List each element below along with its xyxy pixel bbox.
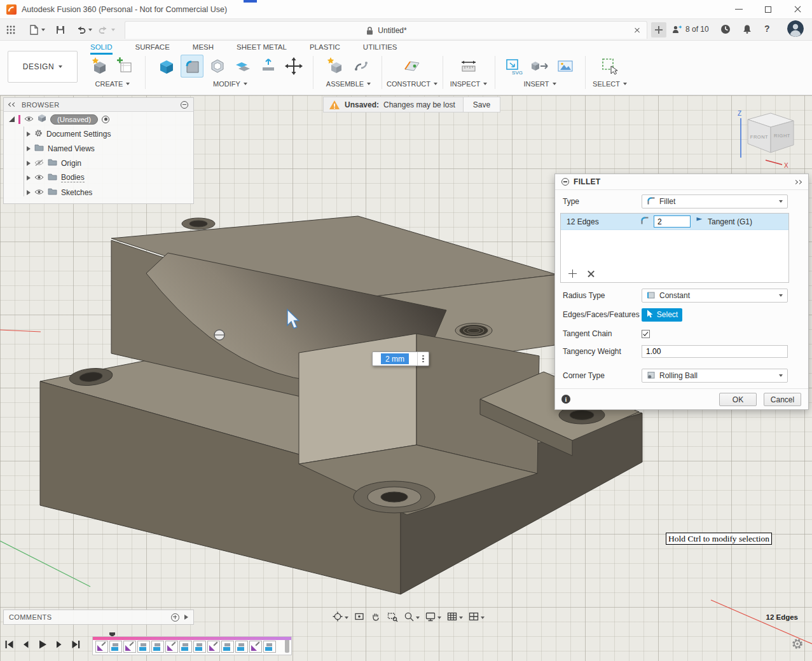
type-dropdown[interactable]: Fillet	[642, 194, 788, 208]
ribbon-group-label[interactable]: ASSEMBLE	[318, 80, 379, 88]
create-sketch-icon[interactable]	[114, 55, 137, 78]
browser-hide-icon[interactable]	[181, 101, 188, 109]
undo-icon[interactable]	[75, 24, 92, 36]
browser-item-sketches[interactable]: Sketches	[4, 185, 193, 200]
timeline-feature-icon[interactable]	[249, 641, 262, 653]
shell-icon[interactable]	[206, 55, 229, 78]
ribbon-tab-solid[interactable]: SOLID	[90, 43, 113, 55]
browser-root-row[interactable]: (Unsaved)	[4, 112, 193, 126]
timeline-feature-icon[interactable]	[95, 641, 108, 653]
add-selection-icon[interactable]	[568, 269, 577, 278]
close-button[interactable]	[783, 0, 812, 18]
visibility-off-eye-icon[interactable]	[34, 159, 44, 168]
ribbon-tab-plastic[interactable]: PLASTIC	[310, 43, 340, 55]
ribbon-group-label[interactable]: MODIFY	[150, 80, 310, 88]
ribbon-group-label[interactable]: INSPECT	[445, 80, 492, 88]
browser-item-origin[interactable]: Origin	[4, 156, 193, 170]
save-icon[interactable]	[55, 24, 66, 36]
ribbon-tab-surface[interactable]: SURFACE	[135, 43, 170, 55]
go-to-start-icon[interactable]	[4, 639, 15, 650]
dimension-value[interactable]: 2 mm	[381, 353, 409, 364]
timeline-strip[interactable]	[92, 636, 292, 655]
zoom-icon[interactable]	[403, 611, 420, 625]
tab-close-icon[interactable]	[633, 26, 642, 35]
step-back-icon[interactable]	[20, 639, 32, 650]
browser-item-named-views[interactable]: Named Views	[4, 141, 193, 156]
corner-type-dropdown[interactable]: Rolling Ball	[642, 369, 788, 383]
fillet-dialog-header[interactable]: FILLET	[555, 174, 808, 190]
ribbon-group-label[interactable]: INSERT	[497, 80, 582, 88]
timeline-feature-icon[interactable]	[165, 641, 178, 653]
insert-image-icon[interactable]	[554, 55, 577, 78]
ribbon-group-label[interactable]: SELECT	[589, 80, 631, 88]
expand-icon[interactable]	[27, 175, 31, 181]
tangent-chain-checkbox[interactable]	[642, 330, 650, 338]
ribbon-tab-sheet-metal[interactable]: SHEET METAL	[237, 43, 287, 55]
browser-item-bodies[interactable]: Bodies	[4, 170, 193, 185]
expand-icon[interactable]	[27, 132, 31, 137]
viewcube[interactable]: Z FRONT RIGHT X	[729, 107, 808, 174]
root-document-name[interactable]: (Unsaved)	[50, 114, 98, 125]
dimension-drag-handle[interactable]	[417, 352, 429, 365]
timeline-feature-icon[interactable]	[151, 641, 164, 653]
timeline-feature-icon[interactable]	[123, 641, 136, 653]
remove-selection-icon[interactable]	[587, 269, 595, 278]
selection-set-row[interactable]: 12 Edges Tangent (G1)	[561, 214, 788, 230]
expand-icon[interactable]	[27, 161, 31, 166]
timeline-settings-gear-icon[interactable]	[791, 637, 804, 653]
insert-derive-icon[interactable]	[528, 55, 551, 78]
timeline-feature-icon[interactable]	[109, 641, 122, 653]
add-comment-icon[interactable]	[171, 613, 179, 622]
step-forward-icon[interactable]	[53, 639, 65, 650]
ribbon-group-label[interactable]: CONSTRUCT	[384, 80, 440, 88]
dimension-input[interactable]: 2 mm	[372, 351, 429, 366]
ribbon-tab-utilities[interactable]: UTILITIES	[363, 43, 397, 55]
browser-item-document-settings[interactable]: Document Settings	[4, 126, 193, 141]
radius-type-dropdown[interactable]: Constant	[642, 289, 788, 303]
browser-collapse-icon[interactable]	[9, 103, 17, 106]
expand-icon[interactable]	[27, 190, 31, 195]
press-pull-icon[interactable]	[155, 55, 178, 78]
model-pillow-block[interactable]	[40, 216, 642, 594]
new-component-icon[interactable]	[324, 55, 347, 78]
grid-display-icon[interactable]	[446, 611, 463, 625]
maximize-button[interactable]	[754, 0, 783, 18]
timeline-feature-icon[interactable]	[263, 641, 276, 653]
window-select-icon[interactable]	[598, 55, 621, 78]
ribbon-group-label[interactable]: CREATE	[83, 80, 142, 88]
insert-svg-icon[interactable]: SVG	[503, 55, 526, 78]
expand-icon[interactable]	[27, 146, 31, 151]
timeline-feature-icon[interactable]	[235, 641, 248, 653]
look-at-icon[interactable]	[354, 611, 365, 625]
offset-face-icon[interactable]	[257, 55, 280, 78]
new-tab-button[interactable]	[651, 22, 666, 37]
notifications-bell-icon[interactable]	[741, 24, 753, 37]
timeline-feature-icon[interactable]	[207, 641, 220, 653]
construction-plane-icon[interactable]	[401, 55, 423, 78]
tangency-weight-input[interactable]	[642, 345, 788, 358]
measure-icon[interactable]	[457, 55, 480, 78]
file-menu-icon[interactable]	[28, 24, 45, 36]
fillet-selection-list[interactable]: 12 Edges Tangent (G1)	[560, 213, 789, 283]
redo-icon[interactable]	[98, 24, 115, 36]
select-button[interactable]: Select	[642, 308, 682, 322]
recent-activity-clock-icon[interactable]	[720, 24, 731, 37]
joint-icon[interactable]	[350, 55, 373, 78]
zoom-window-icon[interactable]	[387, 611, 398, 625]
timeline-feature-icon[interactable]	[179, 641, 192, 653]
app-grid-icon[interactable]	[5, 24, 17, 36]
orbit-icon[interactable]	[332, 611, 348, 625]
radius-input[interactable]	[654, 215, 691, 228]
fillet-manipulator[interactable]	[214, 330, 224, 340]
cancel-button[interactable]: Cancel	[764, 393, 801, 406]
visibility-eye-icon[interactable]	[24, 115, 34, 124]
combine-icon[interactable]	[231, 55, 254, 78]
pan-hand-icon[interactable]	[370, 611, 382, 625]
comments-panel[interactable]: COMMENTS	[3, 610, 194, 625]
info-icon[interactable]: i	[561, 395, 570, 404]
document-tab[interactable]: Untitled*	[125, 21, 647, 39]
user-avatar[interactable]	[787, 20, 804, 37]
ok-button[interactable]: OK	[719, 393, 757, 406]
timeline-feature-icon[interactable]	[137, 641, 150, 653]
visibility-eye-icon[interactable]	[34, 188, 44, 197]
